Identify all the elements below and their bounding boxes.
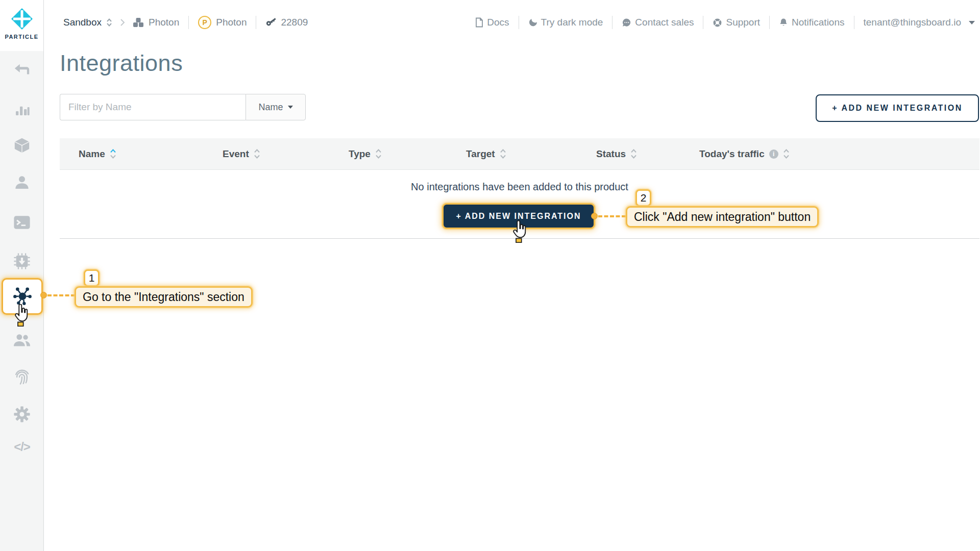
person-icon: [14, 174, 30, 191]
sort-icon: [783, 149, 790, 159]
nav-support[interactable]: Support: [713, 17, 760, 28]
page-title: Integrations: [60, 50, 183, 77]
account-menu[interactable]: tenant@thingsboard.io: [864, 17, 975, 28]
chevron-down-icon: [969, 21, 975, 24]
sidebar-item-customers[interactable]: [0, 174, 44, 191]
nav-dark-mode[interactable]: Try dark mode: [528, 17, 603, 28]
breadcrumb-org-selector[interactable]: Sandbox: [63, 17, 102, 28]
divider: [612, 16, 612, 29]
nav-dark-mode-label: Try dark mode: [541, 17, 603, 28]
sidebar-item-firmware[interactable]: [0, 253, 44, 270]
nav-docs[interactable]: Docs: [475, 17, 509, 28]
column-header-name[interactable]: Name: [60, 148, 223, 160]
step-1-badge: 1: [84, 269, 100, 287]
terminal-icon: [13, 214, 31, 231]
lifering-icon: [713, 18, 722, 28]
sidebar-item-settings[interactable]: [0, 406, 44, 423]
connector-dot: [40, 292, 47, 298]
divider: [854, 16, 854, 29]
column-header-todays-traffic[interactable]: Today's traffic i: [699, 148, 979, 160]
nav-notifications[interactable]: Notifications: [779, 17, 845, 28]
column-header-event[interactable]: Event: [223, 148, 349, 160]
breadcrumb-product[interactable]: Photon: [149, 17, 179, 28]
filter-field-dropdown[interactable]: Name: [246, 94, 306, 120]
chat-icon: [622, 18, 631, 28]
chevron-right-icon: [120, 18, 125, 27]
integrations-hub-icon: [12, 285, 33, 307]
account-email: tenant@thingsboard.io: [864, 17, 961, 28]
nav-contact-sales[interactable]: Contact sales: [622, 17, 694, 28]
particle-logo-icon: [10, 7, 34, 31]
nav-docs-label: Docs: [487, 17, 509, 28]
add-new-integration-button[interactable]: + ADD NEW INTEGRATION: [816, 94, 979, 122]
app-root: PARTICLE: [0, 0, 980, 551]
product-cubes-icon: [132, 16, 144, 29]
sidebar: PARTICLE: [0, 0, 44, 551]
team-icon: [13, 332, 31, 348]
particle-logo[interactable]: PARTICLE: [0, 0, 43, 51]
table-header-row: Name Event Type Target: [60, 138, 979, 170]
sidebar-item-analytics[interactable]: [0, 101, 44, 117]
hand-cursor-icon: [511, 220, 527, 245]
filter-name-input[interactable]: [60, 94, 246, 120]
gear-icon: [13, 406, 31, 423]
sort-icon: [375, 149, 382, 159]
sidebar-item-team[interactable]: [0, 332, 44, 348]
sort-icon: [500, 149, 506, 159]
sidebar-item-back[interactable]: [0, 61, 44, 79]
top-nav: Docs Try dark mode Contact sales Support: [475, 13, 975, 32]
sidebar-item-integrations[interactable]: [12, 285, 33, 307]
step-2-callout: Click "Add new integration" button: [626, 206, 819, 228]
firmware-chip-icon: [13, 253, 31, 270]
breadcrumb-device-id[interactable]: 22809: [281, 17, 308, 28]
cube-icon: [13, 137, 31, 154]
filter-field-value: Name: [258, 102, 283, 113]
docs-icon: [475, 17, 483, 28]
bar-chart-icon: [14, 101, 30, 117]
moon-icon: [528, 18, 537, 27]
dashed-connector: [47, 294, 75, 296]
sort-icon: [254, 149, 260, 159]
divider: [519, 16, 519, 29]
sort-icon: [110, 149, 116, 159]
bell-icon: [779, 17, 788, 28]
particle-logo-text: PARTICLE: [0, 34, 43, 40]
sort-icon: [630, 149, 637, 159]
nav-contact-sales-label: Contact sales: [635, 17, 694, 28]
sidebar-item-developer-tools[interactable]: </>: [0, 440, 44, 454]
sidebar-item-console[interactable]: [0, 214, 44, 231]
column-header-status[interactable]: Status: [596, 148, 699, 160]
hand-cursor-icon: [13, 304, 29, 329]
divider: [256, 16, 256, 29]
column-header-target[interactable]: Target: [466, 148, 596, 160]
updown-chevron-icon[interactable]: [106, 17, 113, 28]
divider: [769, 16, 770, 29]
column-header-type[interactable]: Type: [349, 148, 466, 160]
step-1-callout: Go to the "Integrations" section: [75, 286, 253, 308]
step-2-badge: 2: [635, 189, 651, 207]
fingerprint-icon: [13, 368, 31, 386]
breadcrumb: Sandbox Photon P Photon 22809: [63, 13, 308, 32]
back-arrow-icon: [13, 61, 31, 79]
info-icon[interactable]: i: [769, 149, 778, 159]
chevron-down-icon: [288, 106, 293, 109]
sidebar-item-products[interactable]: [0, 137, 44, 154]
divider: [703, 16, 703, 29]
code-icon: </>: [14, 440, 30, 454]
device-platform-badge: P: [198, 16, 211, 29]
nav-support-label: Support: [726, 17, 760, 28]
key-icon: [265, 17, 277, 28]
sidebar-item-authentication[interactable]: [0, 368, 44, 386]
nav-notifications-label: Notifications: [792, 17, 845, 28]
divider: [188, 16, 189, 29]
empty-state-message: No integrations have been added to this …: [60, 181, 979, 193]
dashed-connector: [598, 215, 626, 217]
breadcrumb-device[interactable]: Photon: [216, 17, 247, 28]
connector-dot: [591, 213, 598, 219]
